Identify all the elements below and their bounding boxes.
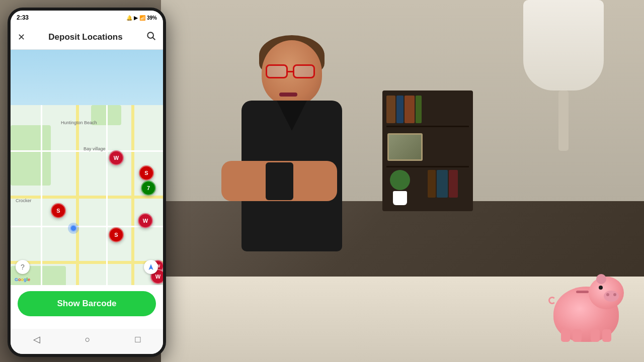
person-head	[262, 40, 322, 106]
map-label-huntington: Huntington Beach	[61, 120, 97, 125]
piggy-eye	[599, 286, 603, 290]
piggy-leg	[602, 329, 611, 342]
book	[428, 170, 436, 198]
photo-frame	[387, 133, 423, 161]
hands	[221, 161, 337, 201]
book	[437, 170, 448, 198]
page-title: Deposit Locations	[48, 32, 122, 42]
battery-icon: 39%	[147, 15, 157, 21]
bottom-nav: ◁ ○ □	[11, 329, 163, 354]
notification-icons: 🔔 ▶ 📶	[126, 15, 145, 21]
svg-point-0	[147, 32, 153, 38]
piggy-bank	[548, 272, 629, 352]
marker-walgreens-1[interactable]: W	[109, 150, 124, 165]
marker-speedway-1[interactable]: S	[139, 165, 154, 180]
phone-screen: 2:33 🔔 ▶ 📶 39% ✕ Deposit Locations	[11, 11, 163, 354]
app-header: ✕ Deposit Locations	[11, 25, 163, 50]
bookshelf	[382, 90, 473, 211]
map-label-bay: Bay village	[84, 146, 106, 151]
search-button[interactable]	[146, 31, 156, 43]
piggy-coin-slot	[576, 291, 589, 293]
piggy-ear	[596, 274, 606, 284]
nav-back-button[interactable]: ◁	[29, 330, 44, 349]
book	[396, 96, 404, 123]
close-button[interactable]: ✕	[18, 32, 25, 43]
show-barcode-button[interactable]: Show Barcode	[18, 291, 156, 316]
piggy-snout	[604, 291, 619, 302]
road	[131, 105, 134, 285]
piggy-tail	[548, 297, 556, 304]
shelf-level	[386, 166, 469, 167]
piggy-head	[589, 277, 624, 309]
svg-line-1	[153, 38, 155, 40]
phone-device: 2:33 🔔 ▶ 📶 39% ✕ Deposit Locations	[8, 8, 166, 357]
photo-image	[389, 135, 421, 159]
piggy-leg	[573, 329, 582, 342]
road	[11, 261, 163, 264]
person-lips	[279, 93, 297, 97]
lamp-shade	[523, 0, 604, 90]
marker-user-location	[70, 225, 77, 232]
marker-speedway-2[interactable]: S	[51, 203, 66, 218]
lamp	[523, 0, 604, 151]
status-bar: 2:33 🔔 ▶ 📶 39%	[11, 11, 163, 25]
park-area	[11, 125, 51, 186]
road	[41, 105, 42, 285]
status-time: 2:33	[17, 14, 29, 21]
piggy-leg	[591, 329, 600, 342]
hand-phone	[266, 162, 293, 200]
marker-walgreens-2[interactable]: W	[138, 213, 153, 228]
person	[191, 15, 392, 342]
road	[11, 196, 163, 199]
nav-home-button[interactable]: ○	[81, 330, 95, 349]
map-view[interactable]: Huntington Beach Bay village Crocker Nor…	[11, 50, 163, 285]
google-logo: Google	[15, 277, 30, 282]
status-icons: 🔔 ▶ 📶 39%	[126, 15, 157, 21]
marker-speedway-3[interactable]: S	[109, 227, 124, 242]
nav-recent-button[interactable]: □	[131, 330, 145, 349]
vneck	[277, 101, 307, 131]
book	[405, 96, 415, 123]
lamp-base	[558, 90, 569, 151]
location-button[interactable]	[144, 260, 158, 274]
road	[106, 105, 108, 285]
water-area	[11, 50, 163, 105]
book	[416, 96, 422, 123]
piggy-leg	[561, 329, 570, 342]
glasses	[266, 64, 315, 78]
map-label-crocker: Crocker	[16, 198, 32, 203]
road	[76, 105, 79, 285]
book	[449, 170, 458, 198]
marker-7eleven[interactable]: 7	[141, 180, 156, 196]
shelf-level	[386, 126, 469, 127]
help-button[interactable]: ?	[16, 260, 30, 274]
